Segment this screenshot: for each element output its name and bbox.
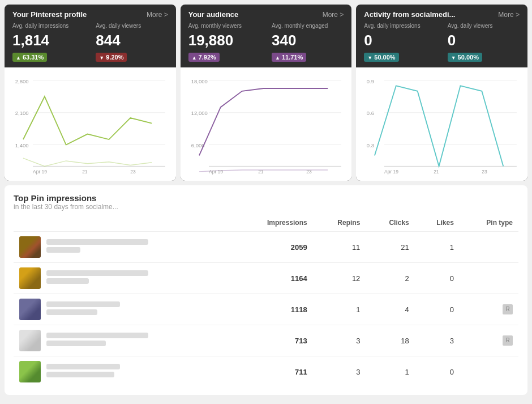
top-panels: Your Pinterest profile More > Avg. daily… <box>0 0 532 185</box>
pin-cell-1[interactable] <box>14 263 233 294</box>
pin-content-3 <box>19 330 227 351</box>
stat-0-0: Avg. daily impressions 1,814 63.31% <box>12 22 84 62</box>
pin-cell-2[interactable] <box>14 294 233 325</box>
panel-1: Your audience More > Avg. monthly viewer… <box>181 5 352 181</box>
panel-1-chart: 18,000 12,000 6,000 Apr 19 21 23 <box>181 67 352 181</box>
pin-thumbnail-4 <box>19 361 41 382</box>
clicks-0: 21 <box>366 232 414 263</box>
pin-type-badge-3: R <box>503 335 513 346</box>
likes-1: 0 <box>415 263 460 294</box>
stat-2-0-arrow <box>367 54 372 61</box>
table-row: 2059 11 21 1 <box>14 232 518 263</box>
chart-svg-1: 18,000 12,000 6,000 Apr 19 21 23 <box>188 73 344 176</box>
stat-1-1-label: Avg. monthly engaged <box>272 22 344 29</box>
col-impressions: Impressions <box>233 216 313 232</box>
col-repins: Repins <box>313 216 366 232</box>
pintype-2: R <box>460 294 518 325</box>
pin-thumbnail-3 <box>19 330 41 351</box>
svg-text:12,000: 12,000 <box>191 110 207 116</box>
col-pin <box>14 216 233 232</box>
panel-1-title: Your audience <box>188 10 239 19</box>
stat-2-0-badge: 50.00% <box>364 53 398 62</box>
table-row: 711 3 1 0 <box>14 356 518 388</box>
pin-content-2 <box>19 299 227 320</box>
chart-svg-2: 0.9 0.6 0.3 Apr 19 21 23 <box>364 73 520 176</box>
repins-0: 11 <box>313 232 366 263</box>
pintype-4 <box>460 356 518 388</box>
pin-desc-2 <box>46 301 120 317</box>
pin-cell-4[interactable] <box>14 356 233 388</box>
svg-text:0.9: 0.9 <box>367 78 374 84</box>
impressions-1: 1164 <box>233 263 313 294</box>
pin-impressions-table: Impressions Repins Clicks Likes Pin type… <box>14 216 518 387</box>
repins-4: 3 <box>313 356 366 388</box>
stat-1-0-label: Avg. monthly viewers <box>188 22 260 29</box>
pin-desc-line2-1 <box>46 278 89 284</box>
svg-text:23: 23 <box>482 169 488 175</box>
pin-desc-line2-3 <box>46 341 106 346</box>
stat-0-1-badge: 9.20% <box>96 53 127 62</box>
panel-2-more[interactable]: More > <box>498 11 520 19</box>
stat-2-1-arrow <box>451 54 456 61</box>
table-row: 713 3 18 3 R <box>14 325 518 356</box>
pin-desc-line1-3 <box>46 333 148 338</box>
pintype-0 <box>460 232 518 263</box>
svg-text:1,400: 1,400 <box>15 142 29 148</box>
panel-1-header: Your audience More > <box>181 5 352 22</box>
pin-desc-line1-4 <box>46 364 120 369</box>
impressions-4: 711 <box>233 356 313 388</box>
panel-2-stats: Avg. daily impressions 0 50.00% Avg. dai… <box>356 22 527 67</box>
pin-cell-0[interactable] <box>14 232 233 263</box>
table-header-row: Impressions Repins Clicks Likes Pin type <box>14 216 518 232</box>
panel-2-title: Activity from socialmedi... <box>364 10 455 19</box>
stat-2-1: Avg. daily viewers 0 50.00% <box>448 22 520 62</box>
pin-cell-3[interactable] <box>14 325 233 356</box>
pin-content-0 <box>19 236 227 258</box>
clicks-2: 4 <box>366 294 414 325</box>
svg-text:18,000: 18,000 <box>191 78 207 84</box>
repins-2: 1 <box>313 294 366 325</box>
svg-text:0.6: 0.6 <box>367 110 374 116</box>
stat-0-1-arrow <box>99 54 104 61</box>
stat-2-0: Avg. daily impressions 0 50.00% <box>364 22 436 62</box>
likes-2: 0 <box>415 294 460 325</box>
svg-text:23: 23 <box>306 169 312 175</box>
stat-0-0-badge: 63.31% <box>12 53 47 62</box>
pintype-1 <box>460 263 518 294</box>
pintype-3: R <box>460 325 518 356</box>
clicks-4: 1 <box>366 356 414 388</box>
table-title: Top Pin impressions <box>14 193 518 203</box>
pin-thumbnail-2 <box>19 299 41 320</box>
clicks-3: 18 <box>366 325 414 356</box>
stat-2-1-label: Avg. daily viewers <box>448 22 520 29</box>
panel-2-header: Activity from socialmedi... More > <box>356 5 527 22</box>
bottom-table-section: Top Pin impressions in the last 30 days … <box>5 185 527 395</box>
pin-desc-line2-4 <box>46 372 114 377</box>
pin-content-1 <box>19 267 227 289</box>
stat-0-0-label: Avg. daily impressions <box>12 22 84 29</box>
stat-1-1-arrow <box>275 54 280 61</box>
panel-1-more[interactable]: More > <box>323 11 344 19</box>
svg-text:Apr 19: Apr 19 <box>384 169 398 175</box>
stat-2-0-label: Avg. daily impressions <box>364 22 436 29</box>
impressions-3: 713 <box>233 325 313 356</box>
svg-text:Apr 19: Apr 19 <box>209 169 223 175</box>
impressions-0: 2059 <box>233 232 313 263</box>
pin-desc-0 <box>46 239 148 255</box>
svg-text:23: 23 <box>130 169 136 175</box>
stat-0-0-value: 1,814 <box>12 32 84 49</box>
chart-svg-0: 2,800 2,100 1,400 Apr 19 21 23 <box>12 73 168 176</box>
stat-0-1-label: Avg. daily viewers <box>96 22 168 29</box>
pin-thumbnail-0 <box>19 236 41 258</box>
stat-1-0-badge: 7.92% <box>188 53 220 62</box>
svg-text:21: 21 <box>258 169 264 175</box>
panel-0-stats: Avg. daily impressions 1,814 63.31% Avg.… <box>5 22 176 67</box>
pin-thumbnail-1 <box>19 267 41 289</box>
stat-1-0-arrow <box>192 54 197 61</box>
table-subtitle: in the last 30 days from socialme... <box>14 203 518 211</box>
panel-0-more[interactable]: More > <box>147 11 168 19</box>
table-row: 1118 1 4 0 R <box>14 294 518 325</box>
panel-0-header: Your Pinterest profile More > <box>5 5 176 22</box>
panel-0-title: Your Pinterest profile <box>12 10 87 19</box>
pin-desc-line2-2 <box>46 309 97 315</box>
